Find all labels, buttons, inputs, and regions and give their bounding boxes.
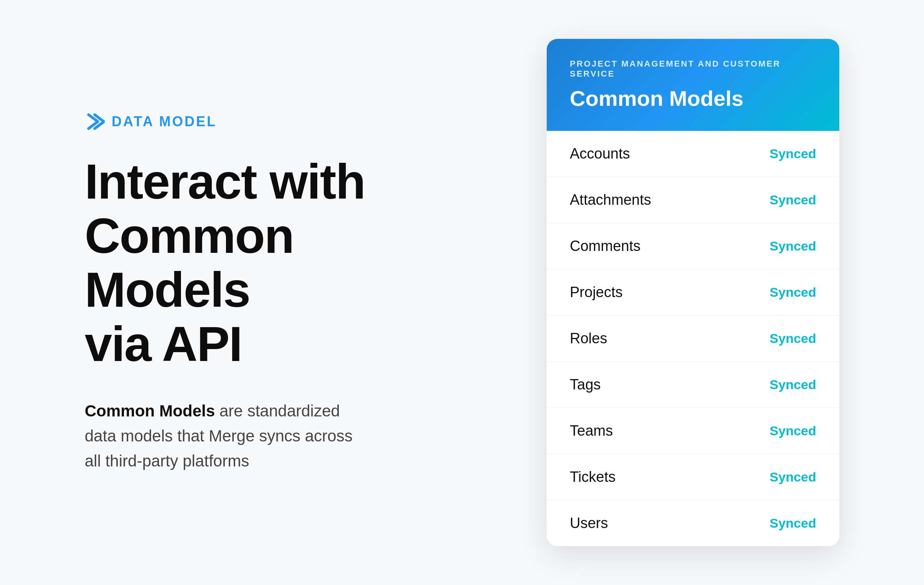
model-name: Projects — [570, 284, 623, 301]
model-name: Teams — [570, 423, 613, 439]
table-row: TicketsSynced — [547, 454, 839, 500]
model-status: Synced — [770, 377, 816, 392]
left-section: DATA MODEL Interact with Common Models v… — [85, 112, 400, 473]
model-status: Synced — [770, 285, 816, 300]
table-row: AccountsSynced — [547, 131, 839, 177]
data-model-label: DATA MODEL — [85, 112, 370, 132]
model-status: Synced — [770, 470, 816, 485]
model-name: Attachments — [570, 192, 651, 208]
table-row: ProjectsSynced — [547, 269, 839, 316]
card-title: Common Models — [570, 86, 816, 111]
model-status: Synced — [770, 146, 816, 161]
card-header: PROJECT MANAGEMENT AND CUSTOMER SERVICE … — [547, 39, 839, 131]
model-status: Synced — [770, 192, 816, 207]
model-name: Accounts — [570, 145, 630, 162]
model-status: Synced — [770, 423, 816, 438]
model-name: Comments — [570, 238, 641, 254]
chevron-right-icon — [85, 112, 105, 132]
model-name: Tags — [570, 376, 601, 393]
page-container: DATA MODEL Interact with Common Models v… — [0, 0, 924, 585]
table-row: UsersSynced — [547, 500, 839, 546]
table-row: TagsSynced — [547, 362, 839, 408]
common-models-card: PROJECT MANAGEMENT AND CUSTOMER SERVICE … — [547, 39, 839, 546]
description-text: Common Models are standardized data mode… — [85, 398, 370, 473]
table-row: AttachmentsSynced — [547, 177, 839, 223]
model-name: Tickets — [570, 469, 616, 485]
model-status: Synced — [770, 516, 816, 531]
main-heading: Interact with Common Models via API — [85, 155, 370, 371]
section-tag-label: DATA MODEL — [112, 114, 217, 130]
model-status: Synced — [770, 239, 816, 254]
table-row: CommentsSynced — [547, 223, 839, 269]
model-name: Roles — [570, 330, 607, 347]
card-subtitle: PROJECT MANAGEMENT AND CUSTOMER SERVICE — [570, 59, 816, 79]
model-name: Users — [570, 515, 608, 532]
right-section: PROJECT MANAGEMENT AND CUSTOMER SERVICE … — [547, 39, 839, 546]
table-row: TeamsSynced — [547, 408, 839, 454]
model-status: Synced — [770, 331, 816, 346]
table-row: RolesSynced — [547, 316, 839, 362]
card-body: AccountsSyncedAttachmentsSyncedCommentsS… — [547, 131, 839, 546]
